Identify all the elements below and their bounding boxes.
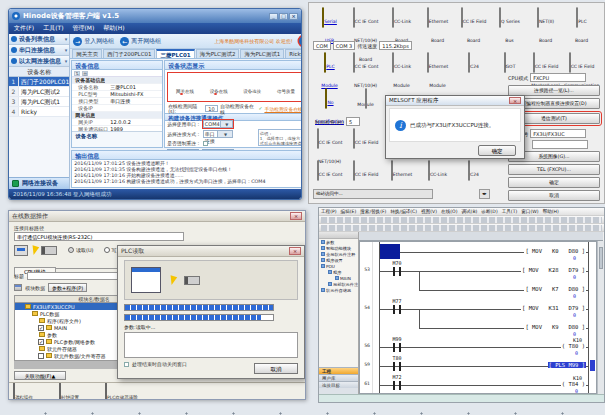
contact-bar[interactable]: [399, 267, 401, 276]
mov-instruction[interactable]: [ MOV K28 D79 ]: [521, 267, 586, 273]
checkbox[interactable]: ✓: [38, 325, 44, 331]
menu-item[interactable]: 窗口(W): [521, 209, 538, 214]
device-tab[interactable]: 海为PLC测试1: [240, 49, 284, 58]
baud-rate-value[interactable]: 115.2Kbps: [379, 41, 412, 50]
contact-label[interactable]: M77: [391, 298, 402, 304]
sort-icon[interactable]: ⇅: [74, 71, 80, 76]
mov-instruction[interactable]: [ MOV K0 D80 ]: [524, 248, 586, 254]
contact-bar[interactable]: [399, 343, 401, 352]
navigation-tab[interactable]: 连接目标: [319, 381, 358, 388]
minimize-button[interactable]: _: [269, 13, 278, 20]
project-tree-item[interactable]: 软元件存储器: [319, 287, 358, 293]
property-row[interactable]: 设备IP: [72, 105, 162, 112]
checkbox[interactable]: ✓: [38, 339, 44, 345]
related-function-item[interactable]: 时钟设置: [59, 384, 79, 400]
force-reconnect-checkbox[interactable]: [203, 141, 208, 146]
vertical-scrollbar[interactable]: [597, 241, 604, 394]
property-row[interactable]: 网关IP 12.0.0.2: [72, 119, 162, 126]
cancel-button[interactable]: 取消: [254, 363, 298, 374]
sidebar-section-header[interactable]: 以太网连接信息 ▾: [9, 56, 69, 67]
navigation-tab[interactable]: 工程: [319, 367, 358, 374]
dialog-ok-button[interactable]: 确定: [478, 145, 516, 156]
device-tab[interactable]: 三菱PLC01: [156, 49, 194, 58]
timer-coil[interactable]: ( T84 ): [561, 381, 586, 387]
ladder-canvas[interactable]: [ MOV K0 D80 ]0M70[ MOV K28 D79 ]0[ MOV …: [373, 242, 596, 393]
mov-instruction[interactable]: [ MOV K9 D80 ]: [524, 324, 586, 330]
menu-item[interactable]: 视图(V): [421, 209, 437, 214]
menu-item[interactable]: 编辑(E): [341, 209, 357, 214]
contact-bar[interactable]: [393, 362, 395, 371]
contact-bar[interactable]: [393, 305, 395, 314]
device-list-row[interactable]: 3 海为PLC测试1: [9, 97, 69, 107]
cancel-button[interactable]: 取消: [508, 190, 600, 201]
manual-check-link[interactable]: 手动检测设备在线: [264, 106, 302, 112]
property-row[interactable]: 设备基础信息: [72, 77, 162, 84]
operation-radio[interactable]: 读取(U): [68, 247, 94, 253]
device-tab[interactable]: Ricky: [285, 49, 302, 58]
device-list-row[interactable]: 1 西门子200PLC01: [9, 77, 69, 87]
tel-fxcpu-button[interactable]: TEL (FXCPU)...: [508, 164, 600, 175]
close-icon[interactable]: ×: [290, 212, 302, 220]
param-program-button[interactable]: 参数+程序(P): [48, 283, 87, 292]
mov-instruction[interactable]: [ MOV K7 D80 ]: [524, 286, 586, 292]
close-icon[interactable]: ×: [289, 247, 301, 255]
menu-item[interactable]: 工程(P): [321, 209, 337, 214]
device-tab[interactable]: 西门子200PLC01: [103, 49, 155, 58]
checkbox[interactable]: [38, 353, 44, 359]
navigation-tab[interactable]: 用户库: [319, 374, 358, 381]
leave-network-group-button[interactable]: ← 离开网络组: [120, 37, 161, 46]
related-function-item[interactable]: 远程操作: [13, 384, 33, 400]
contact-label[interactable]: M70: [391, 260, 402, 266]
contact-bar[interactable]: [393, 381, 395, 390]
sidebar-section-header[interactable]: 串口连接信息 ▾: [9, 45, 69, 56]
interval-input[interactable]: 10: [205, 105, 218, 112]
close-icon[interactable]: ×: [509, 97, 521, 104]
sidebar-section-header[interactable]: 设备列表信息 ▾: [9, 34, 69, 45]
device-tab[interactable]: 网关主页: [72, 49, 102, 58]
contact-label[interactable]: M99: [391, 336, 402, 342]
scrollbar-thumb[interactable]: [599, 247, 603, 269]
device-list-row[interactable]: 4 Ricky: [9, 107, 69, 117]
menu-item[interactable]: 工具(T): [502, 209, 518, 214]
auto-close-checkbox[interactable]: [124, 362, 129, 367]
highlighted-toolbar-button[interactable]: [299, 36, 302, 46]
login-network-group-button[interactable]: → 登入网络组: [73, 37, 114, 46]
menu-item[interactable]: 管理(M): [73, 24, 95, 33]
property-row[interactable]: 网关信息: [72, 112, 162, 119]
connect-mode-select[interactable]: 串口连接 ▼: [203, 130, 233, 138]
selected-cell[interactable]: [380, 244, 400, 259]
toolbar-row-1[interactable]: [319, 216, 604, 224]
time-check-value[interactable]: 5: [346, 117, 360, 126]
auto-check-checkbox[interactable]: ✓: [258, 106, 262, 111]
device-list-row[interactable]: 2 海为PLC测试2: [9, 87, 69, 97]
dialog-title-bar[interactable]: PLC读取 ×: [118, 246, 304, 257]
menu-item[interactable]: 工具(T): [43, 24, 63, 33]
category-icon[interactable]: ▤: [82, 71, 88, 76]
contact-bar[interactable]: [399, 362, 401, 371]
contact-bar[interactable]: [393, 343, 395, 352]
com-port-value[interactable]: COM 3: [333, 41, 356, 50]
menu-item[interactable]: 文件(F): [14, 24, 34, 33]
menu-item[interactable]: 诊断(D): [481, 209, 497, 214]
pls-instruction[interactable]: [ PLS M99 ]: [548, 362, 586, 368]
title-bar[interactable]: Hinode设备管理客户端 v1.5 _ □ ×: [9, 9, 301, 23]
device-tab[interactable]: 海为PLC测试2: [196, 49, 240, 58]
menu-item[interactable]: 调试(B): [461, 209, 477, 214]
network-devices-nav-item[interactable]: 网络连接设备: [9, 177, 69, 189]
toolbar-row-2[interactable]: [319, 224, 604, 232]
contact-bar[interactable]: [393, 267, 395, 276]
related-function-item[interactable]: PLC存储器清除: [105, 384, 138, 400]
com-port-select[interactable]: COM4 ▼: [203, 120, 233, 128]
property-row[interactable]: PLC型号 Mitsubishi-FX: [72, 91, 162, 98]
maximize-button[interactable]: □: [279, 13, 288, 20]
contact-label[interactable]: T80: [391, 355, 402, 361]
mov-instruction[interactable]: [ MOV K31 D79 ]: [521, 305, 586, 311]
menu-item[interactable]: 搜索/替换(F): [360, 209, 386, 214]
dialog-title-bar[interactable]: 在线数据操作 ×: [9, 211, 305, 222]
property-row[interactable]: 设备名称 三菱PLC01: [72, 84, 162, 91]
dialog-title-bar[interactable]: MELSOFT 应用程序 ×: [386, 96, 524, 106]
close-button[interactable]: ×: [289, 13, 298, 20]
ok-button[interactable]: 确定: [508, 177, 600, 188]
menu-item[interactable]: 在线(O): [441, 209, 457, 214]
contact-label[interactable]: M72: [391, 374, 402, 380]
